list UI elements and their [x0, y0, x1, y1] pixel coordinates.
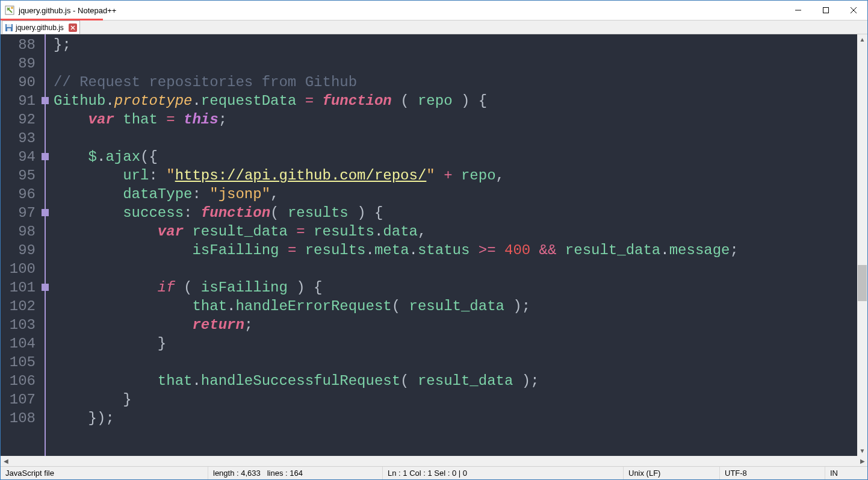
minimize-button[interactable]	[784, 1, 812, 20]
hscroll-track[interactable]	[11, 456, 857, 466]
svg-rect-3	[823, 8, 829, 13]
scroll-down-icon[interactable]: ▼	[857, 446, 867, 456]
status-position: Ln : 1 Col : 1 Sel : 0 | 0	[383, 467, 624, 479]
line-number: 92	[1, 110, 36, 129]
code-line[interactable]: }	[54, 390, 857, 409]
code-line[interactable]: Github.prototype.requestData = function …	[54, 92, 857, 110]
code-area[interactable]: }; // Request repositories from GithubGi…	[54, 34, 857, 456]
line-number: 105	[1, 353, 36, 372]
scroll-track[interactable]	[857, 45, 867, 446]
code-line[interactable]	[54, 353, 857, 372]
code-line[interactable]: dataType: "jsonp",	[54, 185, 857, 204]
line-number: 90	[1, 73, 36, 92]
fold-marker[interactable]	[42, 209, 49, 216]
scroll-left-icon[interactable]: ◀	[1, 456, 11, 466]
code-line[interactable]	[54, 260, 857, 278]
code-line[interactable]: // Request repositories from Github	[54, 73, 857, 92]
close-button[interactable]	[840, 1, 867, 20]
horizontal-scrollbar[interactable]: ◀ ▶	[1, 456, 867, 466]
scroll-right-icon[interactable]: ▶	[857, 456, 867, 466]
tab-bar: jquery.github.js	[1, 20, 867, 34]
maximize-button[interactable]	[812, 1, 840, 20]
fold-marker[interactable]	[42, 284, 49, 291]
svg-point-1	[11, 7, 13, 9]
line-number: 102	[1, 297, 36, 316]
code-line[interactable]	[54, 54, 857, 73]
line-number: 99	[1, 241, 36, 260]
editor: 8889909192939495969798991001011021031041…	[1, 34, 867, 456]
status-bar: JavaScript file length : 4,633 lines : 1…	[1, 466, 867, 479]
code-line[interactable]: success: function( results ) {	[54, 204, 857, 222]
app-icon	[4, 5, 15, 16]
code-line[interactable]: url: "https://api.github.com/repos/" + r…	[54, 166, 857, 185]
scroll-up-icon[interactable]: ▲	[857, 34, 867, 45]
line-number: 96	[1, 185, 36, 204]
line-number: 97	[1, 204, 36, 222]
window-controls	[784, 1, 867, 20]
line-number: 95	[1, 166, 36, 185]
scroll-thumb[interactable]	[858, 265, 867, 301]
svg-rect-7	[7, 24, 11, 27]
fold-column[interactable]	[40, 34, 54, 456]
window-titlebar: jquery.github.js - Notepad++	[1, 1, 867, 20]
close-tab-icon[interactable]	[69, 23, 77, 32]
tab-filename: jquery.github.js	[16, 23, 64, 32]
line-number: 98	[1, 222, 36, 241]
line-number: 101	[1, 278, 36, 297]
code-line[interactable]: });	[54, 409, 857, 428]
window-title: jquery.github.js - Notepad++	[19, 6, 116, 15]
line-number: 107	[1, 390, 36, 409]
line-number: 91	[1, 92, 36, 110]
code-line[interactable]: $.ajax({	[54, 148, 857, 166]
line-number: 104	[1, 334, 36, 353]
status-eol: Unix (LF)	[624, 467, 720, 479]
status-length: length : 4,633 lines : 164	[208, 467, 383, 479]
code-line[interactable]: if ( isFailling ) {	[54, 278, 857, 297]
fold-marker[interactable]	[42, 153, 49, 160]
line-number: 89	[1, 54, 36, 73]
code-line[interactable]: return;	[54, 316, 857, 334]
save-icon	[5, 23, 13, 32]
code-line[interactable]: }	[54, 334, 857, 353]
status-language: JavaScript file	[1, 467, 208, 479]
status-encoding: UTF-8	[720, 467, 825, 479]
fold-marker[interactable]	[42, 97, 49, 104]
line-number: 106	[1, 372, 36, 390]
svg-rect-8	[7, 28, 11, 31]
line-number: 88	[1, 36, 36, 54]
line-number: 108	[1, 409, 36, 428]
line-number-gutter: 8889909192939495969798991001011021031041…	[1, 34, 40, 456]
code-line[interactable]	[54, 129, 857, 148]
code-line[interactable]: };	[54, 36, 857, 54]
code-line[interactable]: var result_data = results.data,	[54, 222, 857, 241]
vertical-scrollbar[interactable]: ▲ ▼	[857, 34, 867, 456]
line-number: 93	[1, 129, 36, 148]
file-tab[interactable]: jquery.github.js	[2, 20, 80, 34]
line-number: 94	[1, 148, 36, 166]
status-insert-mode: IN	[825, 467, 867, 479]
line-number: 103	[1, 316, 36, 334]
code-line[interactable]: var that = this;	[54, 110, 857, 129]
code-line[interactable]: that.handleSuccessfulRequest( result_dat…	[54, 372, 857, 390]
line-number: 100	[1, 260, 36, 278]
code-line[interactable]: isFailling = results.meta.status >= 400 …	[54, 241, 857, 260]
code-line[interactable]: that.handleErrorRequest( result_data );	[54, 297, 857, 316]
